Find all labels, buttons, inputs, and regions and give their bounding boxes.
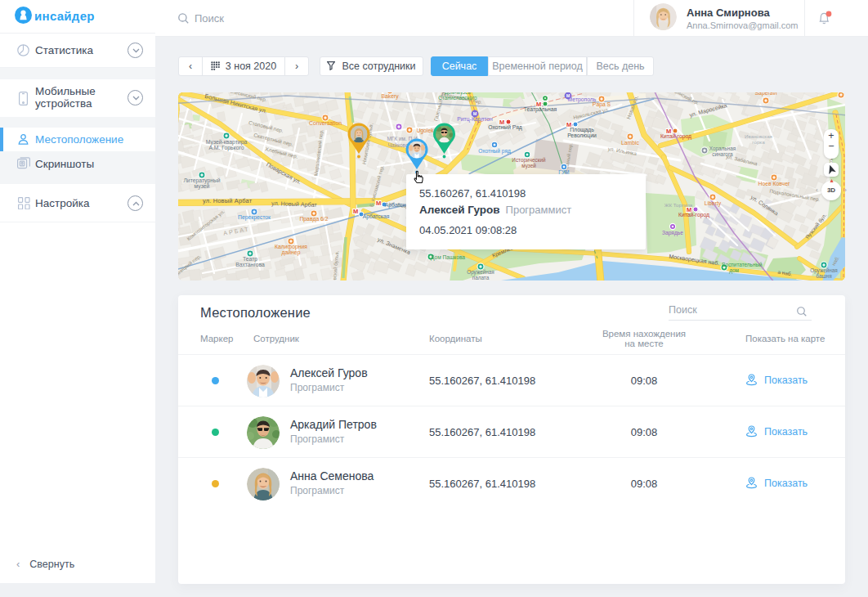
- svg-text:Conversation: Conversation: [309, 120, 342, 126]
- svg-text:Станиславского: Станиславского: [438, 95, 477, 101]
- svg-text:музей: музей: [195, 183, 210, 190]
- svg-text:Китай-город: Китай-город: [678, 212, 709, 218]
- svg-text:горка: горка: [752, 139, 765, 145]
- svg-text:Театральная: Театральная: [524, 106, 557, 113]
- svg-text:башня: башня: [816, 273, 832, 279]
- svg-text:палата: палата: [472, 275, 490, 281]
- svg-text:М: М: [353, 208, 358, 215]
- svg-text:Правда 6/2: Правда 6/2: [299, 216, 328, 222]
- svg-text:Охотный ряд: Охотный ряд: [478, 148, 511, 155]
- svg-text:Lambic: Lambic: [621, 140, 640, 146]
- svg-text:Ugolek: Ugolek: [416, 128, 434, 134]
- svg-text:Арбатская: Арбатская: [363, 213, 390, 220]
- svg-text:Перекресток: Перекресток: [238, 214, 271, 221]
- svg-text:музей: музей: [521, 163, 536, 169]
- svg-text:Дом Пашкова: Дом Пашкова: [431, 254, 465, 261]
- svg-text:синагога: синагога: [712, 151, 733, 157]
- svg-text:А.М. Горького: А.М. Горького: [208, 145, 244, 151]
- svg-text:дайнер: дайнер: [282, 249, 301, 256]
- svg-text:Метрополь: Метрополь: [568, 97, 597, 103]
- svg-text:Bakery: Bakery: [381, 93, 399, 100]
- svg-text:ул. Новый Арбат: ул. Новый Арбат: [203, 197, 253, 204]
- svg-text:дом: дом: [729, 267, 739, 274]
- svg-text:Ноев Ковчег: Ноев Ковчег: [758, 181, 790, 186]
- svg-text:Воспитательный: Воспитательный: [722, 262, 763, 267]
- svg-text:Революции: Революции: [567, 132, 597, 139]
- svg-text:Papa S: Papa S: [593, 101, 611, 108]
- svg-text:Зарядье: Зарядье: [662, 230, 683, 236]
- svg-text:Вахтангова: Вахтангова: [235, 262, 265, 267]
- svg-text:Ритц-Карлтон: Ритц-Карлтон: [457, 116, 493, 123]
- svg-text:Liberty: Liberty: [705, 200, 722, 207]
- svg-text:Ивановская: Ивановская: [745, 133, 772, 139]
- svg-text:Охотный Ряд: Охотный Ряд: [488, 124, 522, 131]
- svg-text:Китай-город: Китай-город: [660, 133, 691, 140]
- svg-text:М: М: [376, 200, 381, 207]
